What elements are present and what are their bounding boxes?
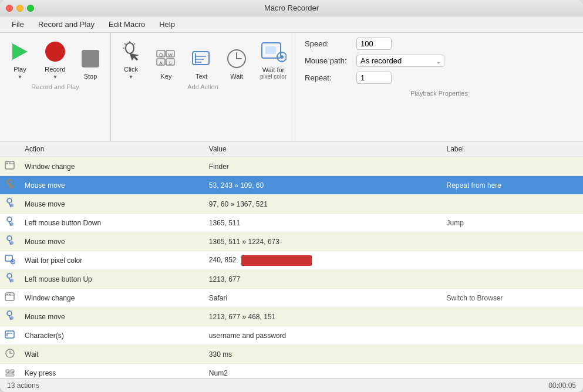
table-row[interactable]: AS Key press Num2: [0, 364, 583, 379]
table-row[interactable]: Left mouse button Down 1365, 511 Jump: [0, 214, 583, 232]
svg-point-0: [126, 43, 134, 53]
cell-action: Wait: [18, 345, 202, 364]
stop-label: Stop: [84, 73, 97, 80]
click-button[interactable]: Click ▼: [113, 38, 149, 82]
wait-pixel-button[interactable]: Wait for pixel color: [254, 38, 292, 82]
table-row[interactable]: Wait 330 ms: [0, 345, 583, 364]
cell-value: Finder: [202, 157, 440, 176]
key-button[interactable]: Q W A S Key: [149, 45, 184, 82]
play-dropdown-arrow: ▼: [18, 74, 23, 80]
wait-pixel-label2: pixel color: [260, 73, 287, 80]
play-label: Play: [14, 66, 26, 73]
play-button[interactable]: Play ▼: [2, 38, 38, 82]
speed-input[interactable]: [356, 38, 392, 50]
row-icon: [0, 326, 18, 345]
record-button[interactable]: Record ▼: [38, 38, 73, 82]
cell-value: 240, 852: [202, 251, 440, 270]
col-action: Action: [18, 141, 202, 157]
cell-label: [440, 157, 583, 176]
cell-label: [440, 195, 583, 214]
svg-rect-32: [9, 163, 11, 164]
svg-point-36: [7, 198, 12, 203]
table-row[interactable]: Mouse move 1365, 511 » 1224, 673: [0, 232, 583, 251]
timer: 00:00:05: [548, 381, 576, 390]
cell-value: 1213, 677: [202, 270, 440, 289]
wait-button[interactable]: Wait: [219, 45, 254, 82]
window-title: Macro Recorder: [264, 4, 319, 12]
actions-table: Action Value Label Window change Finder …: [0, 141, 583, 378]
record-dropdown-arrow: ▼: [53, 74, 58, 80]
table-row[interactable]: Mouse move 97, 60 » 1367, 521: [0, 195, 583, 214]
table-row[interactable]: Window change Safari Switch to Browser: [0, 289, 583, 307]
cell-value: 1213, 677 » 468, 151: [202, 307, 440, 326]
svg-text:A: A: [159, 60, 163, 66]
cell-value: Num2: [202, 364, 440, 379]
svg-line-3: [134, 43, 135, 45]
svg-point-47: [12, 261, 14, 263]
svg-rect-29: [5, 161, 14, 169]
click-label: Click: [124, 66, 138, 73]
cell-value: 53, 243 » 109, 60: [202, 176, 440, 195]
svg-point-55: [7, 311, 12, 316]
actions-table-container[interactable]: Action Value Label Window change Finder …: [0, 141, 583, 378]
menu-help[interactable]: Help: [152, 18, 182, 31]
cell-label: Repeat from here: [440, 176, 583, 195]
svg-point-33: [7, 180, 12, 184]
cell-action: Wait for pixel color: [18, 251, 202, 270]
table-row[interactable]: Window change Finder: [0, 157, 583, 176]
cell-value: 97, 60 » 1367, 521: [202, 195, 440, 214]
color-swatch: [241, 255, 312, 266]
svg-rect-28: [265, 46, 276, 54]
svg-rect-31: [6, 163, 8, 164]
text-label: Text: [196, 73, 207, 80]
text-button[interactable]: Text: [184, 45, 219, 82]
menu-edit-macro[interactable]: Edit Macro: [102, 18, 152, 31]
maximize-button[interactable]: [27, 5, 34, 12]
actions-count: 13 actions: [7, 381, 39, 390]
row-icon: [0, 195, 18, 214]
cell-value: 330 ms: [202, 345, 440, 364]
row-icon: [0, 270, 18, 289]
cell-label: [440, 270, 583, 289]
repeat-input[interactable]: [356, 72, 392, 84]
table-row[interactable]: Wait for pixel color 240, 852: [0, 251, 583, 270]
col-label: Label: [440, 141, 583, 157]
cell-label: [440, 232, 583, 251]
cell-action: Mouse move: [18, 195, 202, 214]
wait-icon: [225, 47, 248, 70]
key-label: Key: [161, 73, 172, 80]
cell-value: Safari: [202, 289, 440, 307]
cell-label: [440, 326, 583, 345]
minimize-button[interactable]: [16, 5, 23, 12]
text-icon: [190, 47, 213, 70]
close-button[interactable]: [6, 5, 13, 12]
mouse-path-row: Mouse path: As recorded Straight line Cu…: [305, 55, 574, 67]
cell-action: Left mouse button Up: [18, 270, 202, 289]
table-row[interactable]: Mouse move 1213, 677 » 468, 151: [0, 307, 583, 326]
menu-record-play[interactable]: Record and Play: [31, 18, 102, 31]
svg-line-2: [124, 43, 126, 45]
record-label: Record: [45, 66, 65, 73]
row-icon: [0, 345, 18, 364]
mouse-path-select[interactable]: As recorded Straight line Curved: [356, 55, 444, 67]
wait-pixel-label1: Wait for: [262, 66, 285, 73]
svg-point-48: [7, 273, 12, 278]
table-row[interactable]: Mouse move 53, 243 » 109, 60 Repeat from…: [0, 176, 583, 195]
table-row[interactable]: Character(s) username and password: [0, 326, 583, 345]
cell-label: [440, 251, 583, 270]
cell-value: 1365, 511: [202, 214, 440, 232]
cell-label: Switch to Browser: [440, 289, 583, 307]
status-bar: 13 actions 00:00:05: [0, 378, 583, 392]
row-icon: [0, 157, 18, 176]
cell-action: Mouse move: [18, 307, 202, 326]
cell-label: [440, 364, 583, 379]
row-icon: [0, 176, 18, 195]
menu-file[interactable]: File: [5, 18, 31, 31]
wait-pixel-icon: [261, 40, 287, 64]
stop-button[interactable]: Stop: [73, 45, 108, 82]
main-window: Macro Recorder File Record and Play Edit…: [0, 0, 583, 392]
cell-value: username and password: [202, 326, 440, 345]
cell-action: Window change: [18, 157, 202, 176]
col-value: Value: [202, 141, 440, 157]
table-row[interactable]: Left mouse button Up 1213, 677: [0, 270, 583, 289]
